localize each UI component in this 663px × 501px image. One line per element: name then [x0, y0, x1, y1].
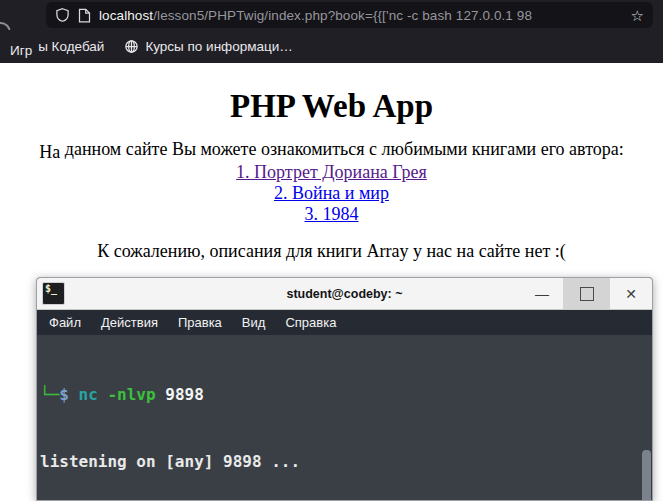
shield-icon[interactable] — [55, 7, 70, 23]
terminal-prompt-line: └─$ nc -nlvp 9898 — [40, 384, 640, 406]
terminal-scrollbar-thumb[interactable] — [642, 450, 651, 501]
book-not-found-text: К сожалению, описания для книги Array у … — [0, 241, 663, 262]
prompt-dollar: $ — [59, 385, 69, 404]
menu-view[interactable]: Вид — [232, 315, 276, 330]
bookmark-label-part2: ы Кодебай — [38, 39, 104, 54]
prompt-angle: └─ — [40, 385, 59, 404]
book-link-dorian-gray[interactable]: 1. Портрет Дориана Грея — [0, 162, 663, 183]
browser-toolbar: localhost/lesson5/PHPTwig/index.php?book… — [0, 0, 663, 30]
window-controls: — ✕ — [521, 278, 652, 309]
bookmark-label-part1: Игр — [10, 43, 32, 58]
command-name: nc — [79, 385, 98, 404]
page-info-icon[interactable] — [78, 8, 91, 23]
menu-help[interactable]: Справка — [275, 315, 346, 330]
intro-text-part1: На — [39, 142, 60, 163]
maximize-icon — [580, 287, 594, 301]
intro-text: На данном сайте Вы можете ознакомиться с… — [0, 139, 663, 160]
url-host: localhost — [99, 8, 153, 23]
terminal-window: $_ student@codeby: ~ — ✕ Файл Действия П… — [36, 277, 653, 501]
terminal-output[interactable]: └─$ nc -nlvp 9898 listening on [any] 989… — [37, 335, 652, 500]
globe-icon — [124, 39, 139, 54]
maximize-button[interactable] — [563, 278, 610, 309]
close-button[interactable]: ✕ — [610, 278, 652, 309]
bookmarks-bar: Игры Кодебай Курсы по информаци… — [0, 30, 663, 63]
command-argument: 9898 — [165, 385, 204, 404]
address-bar[interactable]: localhost/lesson5/PHPTwig/index.php?book… — [46, 2, 653, 28]
bookmark-item-kursy[interactable]: Курсы по информаци… — [114, 39, 302, 54]
menu-actions[interactable]: Действия — [91, 315, 168, 330]
url-path: /lesson5/PHPTwig/index.php?book={{['nc -… — [153, 8, 532, 23]
url-text[interactable]: localhost/lesson5/PHPTwig/index.php?book… — [99, 8, 623, 23]
menu-edit[interactable]: Правка — [168, 315, 232, 330]
intro-text-part2: данном сайте Вы можете ознакомиться с лю… — [60, 139, 624, 159]
menu-file[interactable]: Файл — [39, 315, 91, 330]
bookmark-star-icon[interactable]: ☆ — [631, 8, 644, 23]
bookmark-label: Курсы по информаци… — [145, 39, 292, 54]
terminal-titlebar[interactable]: $_ student@codeby: ~ — ✕ — [37, 278, 652, 310]
command-flags: -nlvp — [107, 385, 155, 404]
terminal-line: listening on [any] 9898 ... — [40, 451, 640, 473]
book-link-war-and-peace[interactable]: 2. Война и мир — [0, 183, 663, 204]
minimize-button[interactable]: — — [521, 278, 563, 309]
terminal-menubar: Файл Действия Правка Вид Справка — [37, 310, 652, 335]
page-title: PHP Web App — [0, 88, 663, 125]
bookmark-item-kodebai[interactable]: Игры Кодебай — [0, 39, 114, 54]
book-link-1984[interactable]: 3. 1984 — [0, 204, 663, 225]
